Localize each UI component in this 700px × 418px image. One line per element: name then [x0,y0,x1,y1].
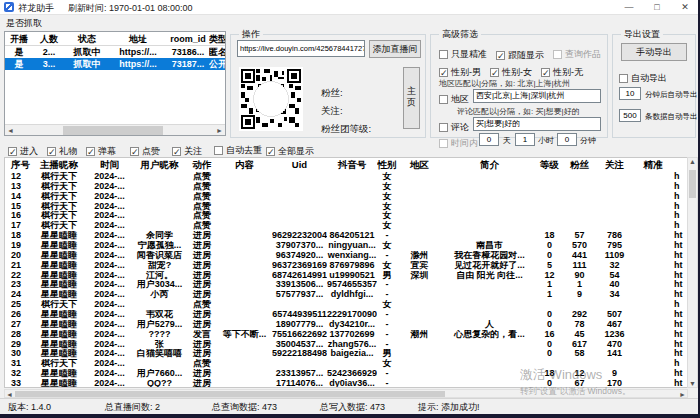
checkbox-box: ✓ [541,68,550,77]
region-input[interactable]: 西安|北京|上海|深圳|杭州 [473,89,601,103]
main-data-table[interactable]: 序号主播昵称时间用户昵称动作内容Uid抖音号性别地区简介等级粉丝关注精准 12棋… [4,157,688,388]
main-column-header[interactable]: 用户昵称 [132,158,187,172]
table-row[interactable]: 24星星瞌睡2024-...小芮进房57577937...dyldhfgi...… [5,290,688,300]
close-icon[interactable]: ✕ [672,0,698,15]
table-row[interactable]: 28星星瞌睡2024-...????发言等下不断...7551662269213… [5,330,688,340]
table-cell: 18 [537,231,562,241]
table-cell [327,359,377,369]
table-cell: 点赞 [187,182,217,192]
home-page-button[interactable]: 主页 [403,67,420,129]
main-column-header[interactable]: 动作 [187,158,217,172]
scroll-up-icon[interactable]: ▲ [688,158,697,165]
minimize-icon[interactable]: — [616,0,642,15]
main-column-header[interactable]: 性别 [377,158,397,172]
scroll-thumb[interactable] [15,391,445,397]
scroll-down-icon[interactable]: ▼ [688,380,697,387]
main-column-header[interactable]: 等级 [537,158,562,172]
comment-input[interactable]: 买|想要|好的 [473,117,601,131]
main-table-hscrollbar[interactable]: ◄ ► [4,389,688,398]
table-cell: 68742614991 [272,271,327,281]
room-column-header[interactable]: 状态 [65,32,109,45]
table-row[interactable]: 22星星瞌睡2024-...江河。进房68742614991u19990521男… [5,271,688,281]
main-column-header[interactable]: Uid [272,158,327,172]
table-cell: 23 [5,280,31,290]
checkbox-box [439,50,448,59]
table-cell: 人 [442,320,537,330]
comment-checkbox[interactable]: 评论 [439,121,469,134]
main-column-header[interactable]: 精准 [632,158,674,172]
table-cell: 507 [597,310,632,320]
scroll-thumb[interactable] [689,170,696,198]
live-url-input[interactable]: https://live.douyin.com/425678441727 [237,40,365,57]
table-row[interactable]: 26星星瞌睡2024-...韦双花进房657449395112229170090… [5,310,688,320]
table-row[interactable]: 30星星瞌睡2024-...白猫笑嘻嘻进房59222188498baigezia… [5,349,688,359]
auto-export-label: 自动导出 [631,72,667,85]
table-row[interactable]: 21星星瞌睡2024-...甜宠?进房96372369169876979896女… [5,261,688,271]
table-cell [217,369,272,379]
table-row[interactable]: 14棋行天下2024-...点赞女h [5,192,688,202]
manual-export-button[interactable]: 手动导出 [621,43,687,61]
auto-export-count-input[interactable]: 500 [619,109,641,122]
table-row[interactable]: 31棋行天下2024-...点赞女h [5,359,688,369]
table-cell [132,300,187,310]
table-cell [632,182,674,192]
room-column-header[interactable]: 地址 [109,32,167,45]
scroll-right-icon[interactable]: ► [216,126,223,135]
maximize-icon[interactable]: □ [644,0,670,15]
table-row[interactable]: 19星星瞌睡2024-...宁愿孤独...进房37907370...ningyu… [5,241,688,251]
main-column-header[interactable]: 时间 [87,158,132,172]
table-cell: 33 [5,379,31,388]
table-row[interactable]: 25棋行天下2024-...点赞女h [5,300,688,310]
table-row[interactable]: 18星星瞌睡2024-...余同学进房96292232004864205121-… [5,231,688,241]
main-table-vscrollbar[interactable]: ▲ ▼ [687,157,698,388]
table-row[interactable]: 16棋行天下2024-...点赞女h [5,211,688,221]
table-row[interactable]: 29星星瞌睡2024-...张进房35004537...zhang576...-… [5,340,688,350]
table-cell: 31 [5,359,31,369]
checkbox-只显精准[interactable]: 只显精准 [439,48,487,61]
room-table-hscrollbar[interactable]: ◄ ► [5,124,225,135]
auto-export-checkbox[interactable]: 自动导出 [619,72,667,85]
table-row[interactable]: 23星星瞌睡2024-...用户3034...进房33913506...9574… [5,280,688,290]
room-row[interactable]: 是2...抓取中https://...73186...匿名 [5,46,225,58]
main-column-header[interactable]: 抖音号 [327,158,377,172]
table-cell [442,379,537,388]
checkbox-查询作品[interactable]: 查询作品 [553,48,601,61]
add-room-button[interactable]: 添加直播间 [369,40,421,58]
table-cell: 20 [5,251,31,261]
scroll-left-icon[interactable]: ◄ [7,126,14,135]
room-column-header[interactable]: 类型 [209,32,225,45]
checkbox-自动去重[interactable]: 自动去重 [214,144,262,157]
room-column-header[interactable]: 人数 [33,32,65,45]
table-cell: 24 [5,290,31,300]
table-cell: 9 [562,290,597,300]
auto-export-minutes-input[interactable]: 10 [619,87,641,100]
table-row[interactable]: 15棋行天下2024-...点赞女h [5,202,688,212]
table-row[interactable]: 13棋行天下2024-...点赞女h [5,182,688,192]
main-column-header[interactable]: 地区 [397,158,442,172]
scroll-thumb[interactable] [63,126,163,135]
room-row[interactable]: 是3...抓取中https://...73187...公开 [5,58,225,70]
table-cell: 宁愿孤独... [132,241,187,251]
room-column-header[interactable]: room_id [167,32,209,45]
region-checkbox[interactable]: 地区 [439,93,469,106]
table-row[interactable]: 27星星瞌睡2024-...用户5279...进房18907779...dy34… [5,320,688,330]
room-column-header[interactable]: 开播 [5,32,33,45]
table-row[interactable]: 12棋行天下2024-...点赞女h [5,172,688,182]
main-column-header[interactable]: 简介 [442,158,537,172]
main-column-header[interactable]: 关注 [597,158,632,172]
table-row[interactable]: 33星星瞌睡2024-...QQ??进房17114076...dy0iav36.… [5,379,688,388]
main-column-header[interactable]: 序号 [5,158,31,172]
main-column-header[interactable]: 主播昵称 [31,158,87,172]
checkbox-跟随显示[interactable]: ✓跟随显示 [496,49,544,62]
main-column-header[interactable] [674,158,684,172]
main-column-header[interactable]: 内容 [217,158,272,172]
table-cell: 进房 [187,290,217,300]
main-column-header[interactable]: 粉丝 [562,158,597,172]
table-row[interactable]: 32星星瞌睡2024-...用户7660...进房23313957...5242… [5,369,688,379]
room-table[interactable]: 开播人数状态地址room_id类型 是2...抓取中https://...731… [4,31,226,136]
table-cell: 进房 [187,320,217,330]
table-cell [562,221,597,231]
table-row[interactable]: 17棋行天下2024-...点赞女h [5,221,688,231]
table-row[interactable]: 20星星瞌睡2024-...闻香识菜店进房96374920...wenxiang… [5,251,688,261]
table-cell: 15 [5,202,31,212]
